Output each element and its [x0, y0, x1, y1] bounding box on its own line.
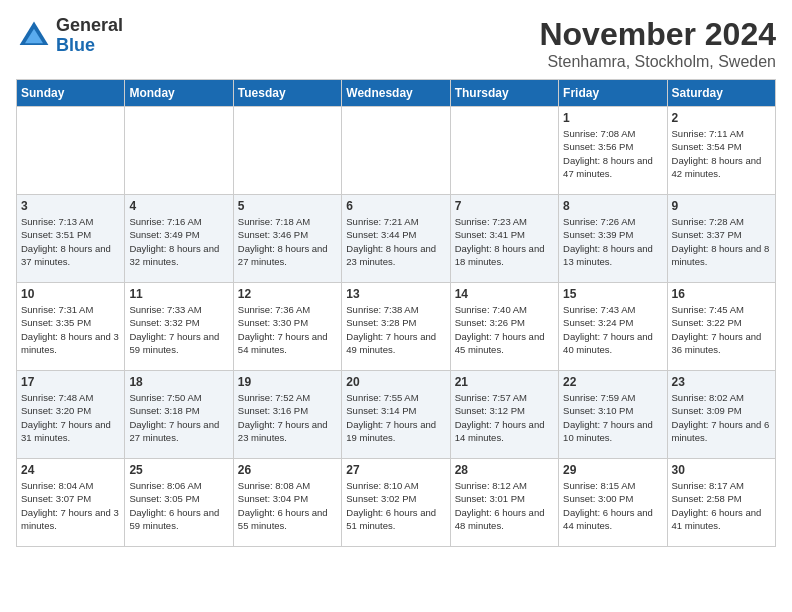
day-cell: 11Sunrise: 7:33 AM Sunset: 3:32 PM Dayli… — [125, 283, 233, 371]
day-cell: 21Sunrise: 7:57 AM Sunset: 3:12 PM Dayli… — [450, 371, 558, 459]
day-cell: 6Sunrise: 7:21 AM Sunset: 3:44 PM Daylig… — [342, 195, 450, 283]
day-number: 23 — [672, 375, 771, 389]
day-info: Sunrise: 8:06 AM Sunset: 3:05 PM Dayligh… — [129, 479, 228, 532]
day-cell: 12Sunrise: 7:36 AM Sunset: 3:30 PM Dayli… — [233, 283, 341, 371]
day-number: 4 — [129, 199, 228, 213]
day-info: Sunrise: 7:31 AM Sunset: 3:35 PM Dayligh… — [21, 303, 120, 356]
day-info: Sunrise: 7:28 AM Sunset: 3:37 PM Dayligh… — [672, 215, 771, 268]
day-number: 18 — [129, 375, 228, 389]
day-cell: 24Sunrise: 8:04 AM Sunset: 3:07 PM Dayli… — [17, 459, 125, 547]
day-info: Sunrise: 8:10 AM Sunset: 3:02 PM Dayligh… — [346, 479, 445, 532]
day-cell: 10Sunrise: 7:31 AM Sunset: 3:35 PM Dayli… — [17, 283, 125, 371]
calendar-table: SundayMondayTuesdayWednesdayThursdayFrid… — [16, 79, 776, 547]
location: Stenhamra, Stockholm, Sweden — [539, 53, 776, 71]
day-number: 13 — [346, 287, 445, 301]
day-number: 9 — [672, 199, 771, 213]
day-cell: 1Sunrise: 7:08 AM Sunset: 3:56 PM Daylig… — [559, 107, 667, 195]
day-number: 22 — [563, 375, 662, 389]
day-number: 24 — [21, 463, 120, 477]
day-number: 5 — [238, 199, 337, 213]
day-info: Sunrise: 7:50 AM Sunset: 3:18 PM Dayligh… — [129, 391, 228, 444]
day-info: Sunrise: 7:13 AM Sunset: 3:51 PM Dayligh… — [21, 215, 120, 268]
day-cell — [450, 107, 558, 195]
week-row-5: 24Sunrise: 8:04 AM Sunset: 3:07 PM Dayli… — [17, 459, 776, 547]
column-header-saturday: Saturday — [667, 80, 775, 107]
day-cell: 25Sunrise: 8:06 AM Sunset: 3:05 PM Dayli… — [125, 459, 233, 547]
day-info: Sunrise: 7:43 AM Sunset: 3:24 PM Dayligh… — [563, 303, 662, 356]
day-number: 3 — [21, 199, 120, 213]
day-cell: 28Sunrise: 8:12 AM Sunset: 3:01 PM Dayli… — [450, 459, 558, 547]
day-info: Sunrise: 7:36 AM Sunset: 3:30 PM Dayligh… — [238, 303, 337, 356]
day-number: 14 — [455, 287, 554, 301]
week-row-4: 17Sunrise: 7:48 AM Sunset: 3:20 PM Dayli… — [17, 371, 776, 459]
day-info: Sunrise: 7:08 AM Sunset: 3:56 PM Dayligh… — [563, 127, 662, 180]
day-cell: 26Sunrise: 8:08 AM Sunset: 3:04 PM Dayli… — [233, 459, 341, 547]
day-number: 26 — [238, 463, 337, 477]
day-cell: 4Sunrise: 7:16 AM Sunset: 3:49 PM Daylig… — [125, 195, 233, 283]
day-cell: 2Sunrise: 7:11 AM Sunset: 3:54 PM Daylig… — [667, 107, 775, 195]
week-row-3: 10Sunrise: 7:31 AM Sunset: 3:35 PM Dayli… — [17, 283, 776, 371]
day-info: Sunrise: 7:59 AM Sunset: 3:10 PM Dayligh… — [563, 391, 662, 444]
header-row: SundayMondayTuesdayWednesdayThursdayFrid… — [17, 80, 776, 107]
day-cell: 5Sunrise: 7:18 AM Sunset: 3:46 PM Daylig… — [233, 195, 341, 283]
day-cell: 13Sunrise: 7:38 AM Sunset: 3:28 PM Dayli… — [342, 283, 450, 371]
day-number: 11 — [129, 287, 228, 301]
day-info: Sunrise: 7:33 AM Sunset: 3:32 PM Dayligh… — [129, 303, 228, 356]
month-title: November 2024 — [539, 16, 776, 53]
day-info: Sunrise: 7:21 AM Sunset: 3:44 PM Dayligh… — [346, 215, 445, 268]
day-number: 30 — [672, 463, 771, 477]
day-number: 15 — [563, 287, 662, 301]
page-header: General Blue November 2024 Stenhamra, St… — [16, 16, 776, 71]
day-cell: 23Sunrise: 8:02 AM Sunset: 3:09 PM Dayli… — [667, 371, 775, 459]
week-row-1: 1Sunrise: 7:08 AM Sunset: 3:56 PM Daylig… — [17, 107, 776, 195]
day-number: 21 — [455, 375, 554, 389]
day-number: 27 — [346, 463, 445, 477]
column-header-thursday: Thursday — [450, 80, 558, 107]
column-header-monday: Monday — [125, 80, 233, 107]
day-cell: 22Sunrise: 7:59 AM Sunset: 3:10 PM Dayli… — [559, 371, 667, 459]
day-info: Sunrise: 7:16 AM Sunset: 3:49 PM Dayligh… — [129, 215, 228, 268]
day-cell: 29Sunrise: 8:15 AM Sunset: 3:00 PM Dayli… — [559, 459, 667, 547]
day-number: 19 — [238, 375, 337, 389]
day-cell: 15Sunrise: 7:43 AM Sunset: 3:24 PM Dayli… — [559, 283, 667, 371]
day-info: Sunrise: 7:23 AM Sunset: 3:41 PM Dayligh… — [455, 215, 554, 268]
day-info: Sunrise: 8:08 AM Sunset: 3:04 PM Dayligh… — [238, 479, 337, 532]
day-cell: 20Sunrise: 7:55 AM Sunset: 3:14 PM Dayli… — [342, 371, 450, 459]
column-header-friday: Friday — [559, 80, 667, 107]
day-info: Sunrise: 7:45 AM Sunset: 3:22 PM Dayligh… — [672, 303, 771, 356]
day-cell: 30Sunrise: 8:17 AM Sunset: 2:58 PM Dayli… — [667, 459, 775, 547]
day-number: 20 — [346, 375, 445, 389]
day-info: Sunrise: 7:18 AM Sunset: 3:46 PM Dayligh… — [238, 215, 337, 268]
day-info: Sunrise: 8:04 AM Sunset: 3:07 PM Dayligh… — [21, 479, 120, 532]
day-info: Sunrise: 7:11 AM Sunset: 3:54 PM Dayligh… — [672, 127, 771, 180]
day-cell: 19Sunrise: 7:52 AM Sunset: 3:16 PM Dayli… — [233, 371, 341, 459]
day-info: Sunrise: 7:52 AM Sunset: 3:16 PM Dayligh… — [238, 391, 337, 444]
day-info: Sunrise: 7:26 AM Sunset: 3:39 PM Dayligh… — [563, 215, 662, 268]
day-cell — [342, 107, 450, 195]
day-number: 28 — [455, 463, 554, 477]
day-number: 17 — [21, 375, 120, 389]
day-info: Sunrise: 7:57 AM Sunset: 3:12 PM Dayligh… — [455, 391, 554, 444]
day-cell: 17Sunrise: 7:48 AM Sunset: 3:20 PM Dayli… — [17, 371, 125, 459]
day-info: Sunrise: 8:12 AM Sunset: 3:01 PM Dayligh… — [455, 479, 554, 532]
day-number: 25 — [129, 463, 228, 477]
day-info: Sunrise: 7:40 AM Sunset: 3:26 PM Dayligh… — [455, 303, 554, 356]
day-number: 16 — [672, 287, 771, 301]
day-cell: 14Sunrise: 7:40 AM Sunset: 3:26 PM Dayli… — [450, 283, 558, 371]
day-info: Sunrise: 7:55 AM Sunset: 3:14 PM Dayligh… — [346, 391, 445, 444]
day-number: 1 — [563, 111, 662, 125]
day-number: 6 — [346, 199, 445, 213]
day-info: Sunrise: 8:17 AM Sunset: 2:58 PM Dayligh… — [672, 479, 771, 532]
day-cell: 9Sunrise: 7:28 AM Sunset: 3:37 PM Daylig… — [667, 195, 775, 283]
day-cell: 18Sunrise: 7:50 AM Sunset: 3:18 PM Dayli… — [125, 371, 233, 459]
day-number: 10 — [21, 287, 120, 301]
day-cell — [233, 107, 341, 195]
day-number: 2 — [672, 111, 771, 125]
logo-text: General Blue — [56, 16, 123, 56]
day-info: Sunrise: 7:48 AM Sunset: 3:20 PM Dayligh… — [21, 391, 120, 444]
day-info: Sunrise: 7:38 AM Sunset: 3:28 PM Dayligh… — [346, 303, 445, 356]
day-number: 12 — [238, 287, 337, 301]
title-block: November 2024 Stenhamra, Stockholm, Swed… — [539, 16, 776, 71]
day-number: 7 — [455, 199, 554, 213]
day-number: 8 — [563, 199, 662, 213]
